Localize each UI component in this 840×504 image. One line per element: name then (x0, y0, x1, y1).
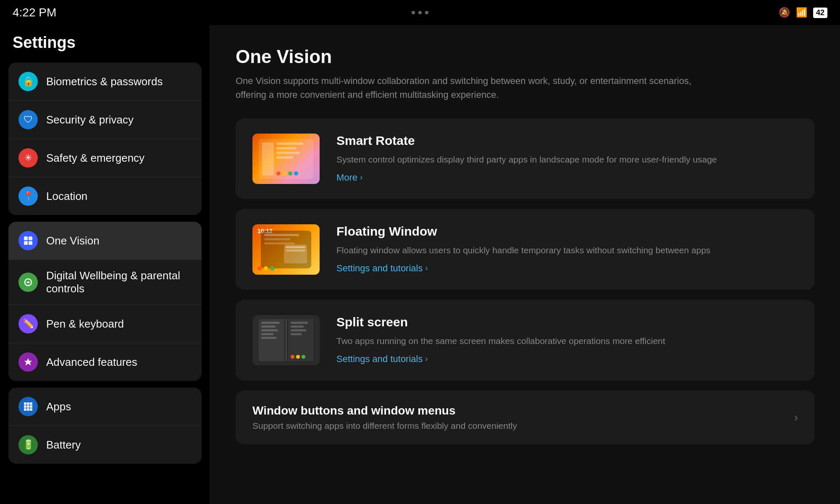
floating-window-info: Floating Window Floating window allows u… (336, 224, 798, 274)
smart-rotate-card[interactable]: Smart Rotate System control optimizes di… (236, 118, 815, 199)
status-dot-2 (418, 11, 422, 14)
smart-rotate-mock-screen (259, 139, 313, 179)
svg-rect-2 (24, 241, 28, 245)
svg-rect-7 (27, 402, 29, 405)
wifi-icon: 📶 (796, 7, 807, 18)
sidebar-item-safety-emergency[interactable]: ✳ Safety & emergency (8, 139, 202, 177)
floating-window-desc: Floating window allows users to quickly … (336, 244, 798, 257)
sidebar-item-label-digital-wellbeing: Digital Wellbeing & parental controls (46, 269, 192, 295)
split-screen-link-text: Settings and tutorials (336, 354, 423, 365)
sidebar-item-label-biometrics: Biometrics & passwords (46, 75, 163, 88)
floating-overlay (284, 244, 307, 263)
split-screen-name: Split screen (336, 315, 798, 329)
status-dot-1 (412, 11, 415, 14)
floating-window-card[interactable]: 10:12 Floating Window (236, 209, 815, 290)
location-icon: 📍 (18, 186, 38, 206)
svg-rect-8 (30, 402, 32, 405)
main-layout: Settings 🔒 Biometrics & passwords 🛡 Secu… (0, 25, 840, 504)
smart-rotate-thumbnail (252, 134, 320, 184)
split-screen-chevron-icon: › (425, 354, 428, 363)
sidebar-group-system: Apps 🔋 Battery (8, 388, 202, 464)
split-dots (291, 355, 311, 359)
floating-window-link-text: Settings and tutorials (336, 263, 423, 274)
safety-icon: ✳ (18, 148, 38, 168)
security-icon: 🛡 (18, 110, 38, 129)
svg-marker-5 (24, 358, 32, 365)
sidebar-item-one-vision[interactable]: One Vision (8, 222, 202, 260)
smart-rotate-link-text: More (336, 172, 357, 183)
svg-rect-0 (24, 236, 28, 240)
content-title: One Vision (236, 46, 815, 67)
split-screen-thumbnail (252, 315, 320, 365)
status-time: 4:22 PM (13, 6, 56, 19)
apps-icon (18, 397, 38, 416)
one-vision-icon (18, 231, 38, 250)
split-screen-link[interactable]: Settings and tutorials › (336, 354, 428, 365)
sidebar-item-label-safety: Safety & emergency (46, 152, 144, 165)
mock-content (276, 142, 310, 176)
split-right-pane (288, 319, 314, 361)
sidebar-item-label-one-vision: One Vision (46, 234, 100, 247)
svg-rect-10 (27, 405, 29, 408)
mock-dots (276, 171, 310, 176)
sidebar-group-security: 🔒 Biometrics & passwords 🛡 Security & pr… (8, 63, 202, 215)
sidebar-group-features: One Vision Digital Wellbeing & parental … (8, 222, 202, 381)
window-buttons-title: Window buttons and window menus (252, 404, 517, 417)
floating-dots (257, 266, 274, 270)
floating-window-link[interactable]: Settings and tutorials › (336, 263, 428, 274)
content-subtitle: One Vision supports multi-window collabo… (236, 74, 698, 102)
advanced-features-icon (18, 352, 38, 372)
window-buttons-text: Window buttons and window menus Support … (252, 404, 517, 431)
status-dot-3 (425, 11, 428, 14)
biometrics-icon: 🔒 (18, 72, 38, 91)
split-mock (259, 319, 313, 361)
smart-rotate-link[interactable]: More › (336, 172, 362, 183)
sidebar-item-label-location: Location (46, 190, 87, 203)
sidebar-item-digital-wellbeing[interactable]: Digital Wellbeing & parental controls (8, 260, 202, 304)
floating-mock-screen (261, 231, 311, 268)
notification-icon: 🔕 (779, 7, 790, 18)
window-buttons-card[interactable]: Window buttons and window menus Support … (236, 391, 815, 444)
svg-rect-12 (24, 408, 26, 411)
split-screen-desc: Two apps running on the same screen make… (336, 334, 798, 348)
svg-rect-9 (24, 405, 26, 408)
battery-icon: 🔋 (18, 435, 38, 454)
sidebar-item-apps[interactable]: Apps (8, 388, 202, 425)
svg-rect-1 (29, 236, 32, 240)
mock-sidebar (262, 142, 274, 176)
split-screen-card[interactable]: Split screen Two apps running on the sam… (236, 300, 815, 381)
svg-rect-3 (29, 241, 32, 245)
battery-level: 42 (813, 8, 827, 18)
sidebar-item-label-security: Security & privacy (46, 113, 134, 126)
sidebar-item-location[interactable]: 📍 Location (8, 177, 202, 215)
window-buttons-subtitle: Support switching apps into different fo… (252, 421, 517, 431)
sidebar-item-label-apps: Apps (46, 400, 71, 413)
sidebar-item-security-privacy[interactable]: 🛡 Security & privacy (8, 100, 202, 139)
smart-rotate-name: Smart Rotate (336, 134, 798, 148)
split-screen-info: Split screen Two apps running on the sam… (336, 315, 798, 365)
status-bar: 4:22 PM 🔕 📶 42 (0, 0, 840, 25)
status-right: 🔕 📶 42 (779, 7, 827, 18)
split-left-pane (259, 319, 284, 361)
window-buttons-chevron-icon: › (794, 411, 798, 424)
smart-rotate-chevron-icon: › (360, 173, 362, 182)
svg-rect-13 (27, 408, 29, 411)
sidebar-item-advanced-features[interactable]: Advanced features (8, 343, 202, 381)
sidebar-item-battery[interactable]: 🔋 Battery (8, 425, 202, 464)
smart-rotate-info: Smart Rotate System control optimizes di… (336, 134, 798, 183)
floating-window-name: Floating Window (336, 224, 798, 239)
smart-rotate-desc: System control optimizes display third p… (336, 153, 798, 166)
sidebar-item-label-advanced: Advanced features (46, 356, 137, 369)
pen-keyboard-icon: ✏️ (18, 314, 38, 333)
svg-rect-6 (24, 402, 26, 405)
svg-rect-11 (30, 405, 32, 408)
sidebar-item-pen-keyboard[interactable]: ✏️ Pen & keyboard (8, 304, 202, 343)
status-dots (412, 11, 428, 14)
svg-rect-14 (30, 408, 32, 411)
sidebar-item-biometrics[interactable]: 🔒 Biometrics & passwords (8, 63, 202, 100)
sidebar-title: Settings (8, 34, 202, 52)
sidebar-item-label-pen: Pen & keyboard (46, 318, 124, 331)
floating-window-chevron-icon: › (425, 264, 428, 273)
split-divider (286, 319, 287, 361)
sidebar: Settings 🔒 Biometrics & passwords 🛡 Secu… (0, 25, 210, 504)
